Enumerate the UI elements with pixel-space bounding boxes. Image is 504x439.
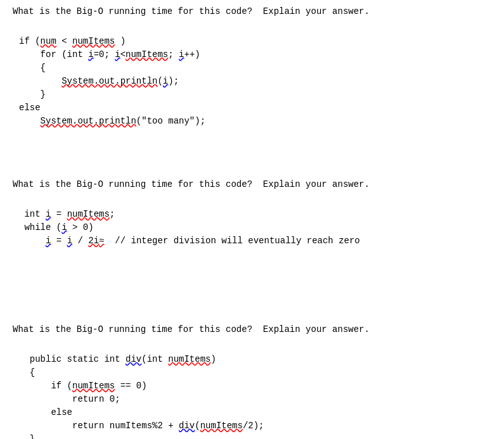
code-line: } [19, 89, 46, 99]
code-line: if (numItems == 0) [19, 381, 147, 391]
spacer-3 [13, 299, 491, 324]
squig-numItems-4: numItems [168, 354, 210, 364]
code-line: { [19, 63, 46, 73]
squig-i-2: i [115, 49, 120, 60]
code-block-3: public static int div(int numItems) { if… [19, 340, 491, 439]
code-line: return 0; [19, 394, 120, 404]
squig-i-6: i [61, 222, 67, 232]
question-3: What is the Big-O running time for this … [13, 324, 491, 334]
code-line: int i = numItems; [19, 209, 115, 219]
section-2: What is the Big-O running time for this … [13, 179, 491, 261]
squig-i-8: i [67, 236, 72, 246]
squig-i-1: i [88, 49, 93, 60]
code-line: while (i > 0) [19, 222, 94, 232]
code-line: else [19, 103, 41, 113]
squig-div-2: div [179, 421, 195, 431]
code-line: public static int div(int numItems) [19, 354, 216, 364]
question-1: What is the Big-O running time for this … [13, 6, 491, 16]
squig-numItems-2: numItems [126, 49, 168, 60]
squig-i-4: i [163, 76, 168, 86]
spacer-1 [13, 154, 491, 179]
code-line: System.out.println(i); [19, 76, 179, 86]
squig-system-1: System.out.println [61, 76, 157, 86]
code-line: System.out.println("too many"); [19, 116, 205, 126]
code-line: i = i / 2i≈ // integer division will eve… [19, 236, 360, 246]
squig-numItems-1: numItems [72, 36, 115, 46]
code-line: return numItems%2 + div(numItems/2); [19, 421, 264, 431]
spacer-2 [13, 274, 491, 299]
squig-2i: 2i [88, 236, 99, 246]
section-1: What is the Big-O running time for this … [13, 6, 491, 141]
squig-div-1: div [126, 354, 141, 364]
code-line: else [19, 407, 72, 417]
squig-numItems-3: numItems [67, 209, 110, 219]
squig-i-5: i [46, 209, 51, 219]
squig-numItems-6: numItems [200, 421, 243, 431]
question-2: What is the Big-O running time for this … [13, 179, 491, 189]
squig-numItems-5: numItems [72, 381, 115, 391]
code-block-2: int i = numItems; while (i > 0) i = i / … [19, 194, 491, 261]
squig-i-7: i [46, 236, 51, 246]
squig-i-3: i [179, 49, 184, 60]
squig-wave: ≈ [99, 236, 104, 246]
section-3: What is the Big-O running time for this … [13, 324, 491, 439]
squig-system-2: System.out.println [41, 116, 136, 126]
code-line: if (num < numItems ) [19, 36, 126, 46]
code-line: } [19, 434, 35, 439]
code-line: { [19, 367, 35, 378]
code-line: for (int i=0; i<numItems; i++) [19, 49, 200, 60]
squig-num: num [41, 36, 56, 46]
code-block-1: if (num < numItems ) for (int i=0; i<num… [19, 22, 491, 141]
